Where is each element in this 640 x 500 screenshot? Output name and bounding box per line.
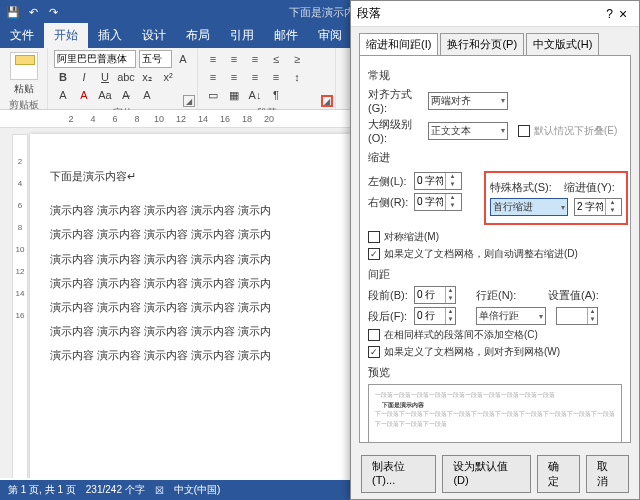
mirror-label: 对称缩进(M)	[384, 230, 439, 244]
change-case-icon[interactable]: Aa	[96, 86, 114, 104]
snapgrid-checkbox[interactable]: ✓	[368, 346, 380, 358]
after-input[interactable]: ▲▼	[414, 307, 456, 325]
justify-icon[interactable]: ≡	[267, 68, 285, 86]
before-input[interactable]: ▲▼	[414, 286, 456, 304]
setval-label: 设置值(A):	[548, 288, 599, 303]
indent-value-input[interactable]: ▲▼	[574, 198, 622, 216]
dialog-title: 段落	[357, 5, 381, 22]
status-page[interactable]: 第 1 页, 共 1 页	[8, 483, 76, 497]
clear-format-icon[interactable]: A̶	[117, 86, 135, 104]
multilevel-icon[interactable]: ≡	[246, 50, 264, 68]
default-button[interactable]: 设为默认值(D)	[442, 455, 531, 493]
mirror-checkbox[interactable]	[368, 231, 380, 243]
page[interactable]: 下面是演示内容↵ 演示内容 演示内容 演示内容 演示内容 演示内演示内容 演示内…	[30, 134, 350, 478]
section-indent: 缩进	[368, 150, 622, 165]
autogrid-label: 如果定义了文档网格，则自动调整右缩进(D)	[384, 247, 578, 261]
bullets-icon[interactable]: ≡	[204, 50, 222, 68]
before-label: 段前(B):	[368, 288, 410, 303]
font-size-select[interactable]: 五号	[139, 50, 172, 68]
tab-引用[interactable]: 引用	[220, 23, 264, 48]
status-words[interactable]: 231/242 个字	[86, 483, 145, 497]
highlight-icon[interactable]: A	[54, 86, 72, 104]
doc-line: 演示内容 演示内容 演示内容 演示内容 演示内	[50, 319, 330, 343]
dialog-help-icon[interactable]: ?	[606, 7, 613, 21]
tab-插入[interactable]: 插入	[88, 23, 132, 48]
close-icon[interactable]: ×	[613, 6, 633, 22]
font-name-select[interactable]: 阿里巴巴普惠体	[54, 50, 136, 68]
italic-icon[interactable]: I	[75, 68, 93, 86]
line-spacing-icon[interactable]: ↕	[288, 68, 306, 86]
font-color-icon[interactable]: A	[75, 86, 93, 104]
indent-val-label: 缩进值(Y):	[564, 180, 615, 195]
document-area: 246810121416 下面是演示内容↵ 演示内容 演示内容 演示内容 演示内…	[0, 128, 350, 478]
sup-icon[interactable]: x²	[159, 68, 177, 86]
undo-icon[interactable]: ↶	[26, 5, 40, 19]
status-lang-icon: ☒	[155, 485, 164, 496]
dialog-tab-1[interactable]: 换行和分页(P)	[440, 33, 524, 55]
linespacing-label: 行距(N):	[476, 288, 520, 303]
paragraph-dialog: 段落 ? × 缩进和间距(I)换行和分页(P)中文版式(H) 常规 对齐方式(G…	[350, 0, 640, 500]
strike-icon[interactable]: abc	[117, 68, 135, 86]
align-left-icon[interactable]: ≡	[204, 68, 222, 86]
align-center-icon[interactable]: ≡	[225, 68, 243, 86]
outline-select[interactable]: 正文文本▾	[428, 122, 508, 140]
paragraph-dialog-launcher[interactable]: ◢	[321, 95, 333, 107]
collapse-checkbox	[518, 125, 530, 137]
tab-审阅[interactable]: 审阅	[308, 23, 352, 48]
dialog-tab-0[interactable]: 缩进和间距(I)	[359, 33, 438, 55]
redo-icon[interactable]: ↷	[46, 5, 60, 19]
sub-icon[interactable]: x₂	[138, 68, 156, 86]
doc-line: 演示内容 演示内容 演示内容 演示内容 演示内	[50, 343, 330, 367]
indent-left-label: 左侧(L):	[368, 174, 410, 189]
tab-邮件[interactable]: 邮件	[264, 23, 308, 48]
tab-开始[interactable]: 开始	[44, 23, 88, 48]
tab-设计[interactable]: 设计	[132, 23, 176, 48]
decrease-indent-icon[interactable]: ≤	[267, 50, 285, 68]
special-format-select[interactable]: 首行缩进▾	[490, 198, 568, 216]
increase-indent-icon[interactable]: ≥	[288, 50, 306, 68]
autogrid-checkbox[interactable]: ✓	[368, 248, 380, 260]
tabstops-button[interactable]: 制表位(T)...	[361, 455, 436, 493]
after-label: 段后(F):	[368, 309, 410, 324]
ok-button[interactable]: 确定	[537, 455, 580, 493]
tab-文件[interactable]: 文件	[0, 23, 44, 48]
preview-box: 一段落一段落一段落一段落一段落一段落一段落一段落一段落一段落 下面是演示内容 下…	[368, 384, 622, 443]
doc-title: 下面是演示内容↵	[50, 164, 330, 188]
phonetic-icon[interactable]: A	[138, 86, 156, 104]
paste-button[interactable]: 粘贴	[6, 50, 42, 96]
font-dialog-launcher[interactable]: ◢	[183, 95, 195, 107]
dialog-tab-2[interactable]: 中文版式(H)	[526, 33, 599, 55]
align-select[interactable]: 两端对齐▾	[428, 92, 508, 110]
section-preview: 预览	[368, 365, 622, 380]
nospace-label: 在相同样式的段落间不添加空格(C)	[384, 328, 538, 342]
sort-icon[interactable]: A↓	[246, 86, 264, 104]
section-spacing: 间距	[368, 267, 622, 282]
borders-icon[interactable]: ▦	[225, 86, 243, 104]
special-label: 特殊格式(S):	[490, 180, 556, 195]
cancel-button[interactable]: 取消	[586, 455, 629, 493]
tab-布局[interactable]: 布局	[176, 23, 220, 48]
numbering-icon[interactable]: ≡	[225, 50, 243, 68]
indent-right-input[interactable]: ▲▼	[414, 193, 462, 211]
collapse-label: 默认情况下折叠(E)	[534, 124, 617, 138]
save-icon[interactable]: 💾	[6, 5, 20, 19]
vertical-ruler[interactable]: 246810121416	[12, 134, 28, 478]
doc-line: 演示内容 演示内容 演示内容 演示内容 演示内	[50, 222, 330, 246]
underline-icon[interactable]: U	[96, 68, 114, 86]
clipboard-icon	[10, 52, 38, 80]
shading-icon[interactable]: ▭	[204, 86, 222, 104]
shrink-font-icon[interactable]: A	[175, 50, 191, 68]
qat: 💾 ↶ ↷	[6, 5, 60, 19]
showmarks-icon[interactable]: ¶	[267, 86, 285, 104]
linespacing-select[interactable]: 单倍行距▾	[476, 307, 546, 325]
align-label: 对齐方式(G):	[368, 87, 424, 114]
doc-line: 演示内容 演示内容 演示内容 演示内容 演示内	[50, 295, 330, 319]
setval-input[interactable]: ▲▼	[556, 307, 598, 325]
doc-line: 演示内容 演示内容 演示内容 演示内容 演示内	[50, 271, 330, 295]
nospace-checkbox[interactable]	[368, 329, 380, 341]
indent-left-input[interactable]: ▲▼	[414, 172, 462, 190]
paste-label: 粘贴	[6, 82, 42, 96]
align-right-icon[interactable]: ≡	[246, 68, 264, 86]
bold-icon[interactable]: B	[54, 68, 72, 86]
status-lang[interactable]: 中文(中国)	[174, 483, 221, 497]
